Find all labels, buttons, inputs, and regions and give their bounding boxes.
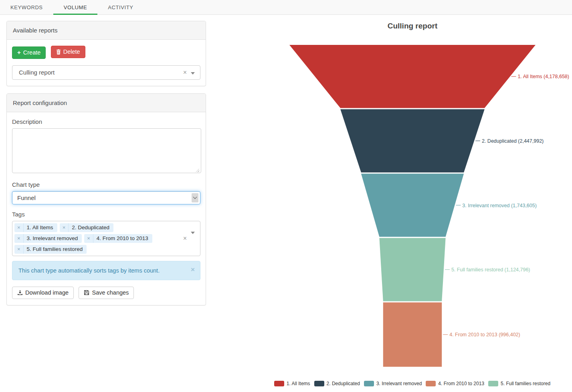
funnel-segment[interactable]	[340, 109, 485, 173]
funnel-segment-label: 1. All Items (4,178,658)	[517, 74, 569, 79]
legend-item[interactable]: 2. Deduplicated	[314, 381, 360, 386]
legend-label: 3. Irrelevant removed	[376, 381, 422, 386]
config-actions-row: Download image Save changes	[12, 287, 200, 299]
chart-type-value: Funnel	[17, 194, 36, 201]
tab-keywords[interactable]: KEYWORDS	[0, 0, 53, 14]
tags-multiselect[interactable]: ×1. All Items×2. Deduplicated×3. Irrelev…	[12, 221, 200, 256]
legend-swatch-icon	[426, 381, 436, 386]
funnel-segment[interactable]	[379, 238, 445, 301]
available-reports-panel: Available reports + Create Delete Cullin…	[6, 21, 206, 86]
delete-report-button[interactable]: Delete	[51, 46, 85, 58]
legend-item[interactable]: 3. Irrelevant removed	[364, 381, 422, 386]
legend-item[interactable]: 4. From 2010 to 2013	[426, 381, 484, 386]
tab-activity[interactable]: ACTIVITY	[97, 0, 144, 14]
report-select-value: Culling report	[19, 69, 55, 76]
report-configuration-title: Report configuration	[7, 94, 206, 112]
save-icon	[84, 290, 89, 295]
download-image-button[interactable]: Download image	[12, 287, 74, 299]
tag-remove-icon[interactable]: ×	[14, 245, 24, 254]
tag-chip-label: 5. Full families restored	[24, 245, 87, 254]
tag-chip: ×1. All Items	[14, 223, 57, 232]
chart-type-label: Chart type	[12, 181, 200, 188]
funnel-segment[interactable]	[289, 45, 536, 108]
legend-item[interactable]: 5. Full families restored	[488, 381, 550, 386]
legend-swatch-icon	[274, 381, 284, 386]
tags-clear-icon[interactable]: ×	[183, 221, 187, 256]
alert-close-icon[interactable]: ×	[191, 266, 195, 273]
info-alert-text: This chart type automatically sorts tags…	[18, 267, 160, 274]
funnel-svg: Culling report1. All Items (4,178,658)2.…	[212, 0, 572, 392]
tag-remove-icon[interactable]: ×	[14, 223, 24, 232]
chart-title: Culling report	[388, 22, 438, 30]
tag-chip: ×2. Deduplicated	[60, 223, 113, 232]
info-alert: This chart type automatically sorts tags…	[12, 261, 200, 280]
tag-chip-label: 3. Irrelevant removed	[24, 234, 82, 243]
tags-caret-down-icon[interactable]	[191, 232, 195, 234]
legend-swatch-icon	[314, 381, 324, 386]
legend-label: 4. From 2010 to 2013	[438, 381, 484, 386]
legend-label: 5. Full families restored	[501, 381, 550, 386]
tag-chip: ×4. From 2010 to 2013	[84, 234, 152, 243]
tag-remove-icon[interactable]: ×	[84, 234, 93, 243]
create-report-button[interactable]: + Create	[12, 46, 46, 59]
legend-label: 1. All Items	[287, 381, 310, 386]
plus-icon: +	[17, 50, 21, 55]
left-column: Available reports + Create Delete Cullin…	[6, 21, 206, 305]
available-reports-title: Available reports	[7, 21, 206, 40]
clear-selection-icon[interactable]: ×	[183, 66, 187, 79]
tag-remove-icon[interactable]: ×	[14, 234, 24, 243]
legend-swatch-icon	[488, 381, 498, 386]
tab-volume[interactable]: VOLUME	[53, 0, 98, 14]
legend-item[interactable]: 1. All Items	[274, 381, 310, 386]
legend-swatch-icon	[364, 381, 374, 386]
caret-down-icon[interactable]	[191, 72, 195, 75]
chart-legend: 1. All Items2. Deduplicated3. Irrelevant…	[212, 381, 572, 386]
chart-type-select[interactable]: Funnel	[12, 191, 200, 204]
tags-label: Tags	[12, 211, 200, 218]
tag-chip-label: 2. Deduplicated	[69, 223, 113, 232]
funnel-segment-label: 4. From 2010 to 2013 (996,402)	[449, 332, 520, 337]
chevron-down-icon	[192, 193, 198, 202]
legend-label: 2. Deduplicated	[327, 381, 360, 386]
description-label: Description	[12, 118, 200, 125]
report-configuration-panel: Report configuration Description Chart t…	[6, 93, 206, 305]
tag-chip: ×3. Irrelevant removed	[14, 234, 82, 243]
tag-chip-label: 4. From 2010 to 2013	[93, 234, 152, 243]
tag-chip-label: 1. All Items	[24, 223, 57, 232]
funnel-segment-label: 3. Irrelevant removed (1,743,605)	[462, 203, 537, 208]
tag-remove-icon[interactable]: ×	[60, 223, 69, 232]
trash-icon	[56, 49, 61, 55]
report-actions-row: + Create Delete	[12, 46, 200, 59]
funnel-segment[interactable]	[383, 302, 442, 367]
funnel-chart: Culling report1. All Items (4,178,658)2.…	[212, 0, 572, 392]
download-icon	[17, 290, 23, 295]
save-changes-button[interactable]: Save changes	[79, 287, 134, 299]
funnel-segment[interactable]	[361, 174, 464, 237]
tag-chip: ×5. Full families restored	[14, 245, 87, 254]
report-select[interactable]: Culling report ×	[12, 65, 200, 80]
funnel-segment-label: 5. Full families restored (1,124,796)	[451, 267, 530, 273]
description-field[interactable]	[12, 128, 201, 173]
funnel-segment-label: 2. Deduplicated (2,447,992)	[482, 138, 544, 144]
